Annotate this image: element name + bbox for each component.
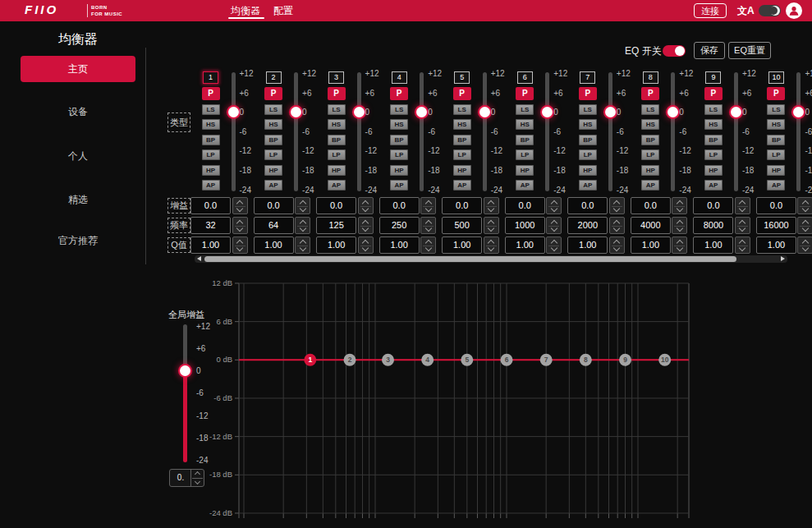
- eq-point-7[interactable]: 7: [540, 354, 553, 366]
- y-axis-label: 12 dB: [212, 278, 232, 287]
- y-axis-label: -6 dB: [213, 393, 232, 402]
- svg-text:7: 7: [544, 356, 548, 364]
- svg-text:4: 4: [425, 356, 429, 364]
- svg-text:10: 10: [661, 356, 669, 364]
- eq-point-10[interactable]: 10: [658, 354, 671, 366]
- fiio-control-app: FIIO BORN FOR MUSIC 均衡器 配置 连接 文A 均衡器 主页设…: [0, 0, 812, 528]
- svg-text:5: 5: [465, 356, 469, 364]
- eq-point-4[interactable]: 4: [421, 354, 434, 366]
- eq-point-2[interactable]: 2: [344, 354, 356, 366]
- y-axis-label: -12 dB: [209, 432, 232, 441]
- frequency-response-chart: 12 dB6 dB0 dB-6 dB-12 dB-18 dB-24 dB1234…: [0, 0, 812, 528]
- y-axis-label: 6 dB: [216, 317, 232, 326]
- svg-text:6: 6: [505, 356, 509, 364]
- svg-text:2: 2: [348, 356, 352, 364]
- eq-point-8[interactable]: 8: [580, 354, 592, 366]
- y-axis-label: 0 dB: [216, 355, 232, 364]
- eq-point-5[interactable]: 5: [461, 354, 473, 366]
- eq-point-9[interactable]: 9: [619, 354, 631, 366]
- svg-text:9: 9: [623, 356, 627, 364]
- svg-text:1: 1: [308, 356, 312, 364]
- y-axis-label: -18 dB: [209, 470, 232, 479]
- svg-text:3: 3: [386, 356, 390, 364]
- y-axis-label: -24 dB: [209, 508, 232, 517]
- eq-point-3[interactable]: 3: [382, 354, 394, 366]
- eq-point-1[interactable]: 1: [304, 354, 316, 366]
- eq-point-6[interactable]: 6: [501, 354, 513, 366]
- svg-text:8: 8: [584, 356, 588, 364]
